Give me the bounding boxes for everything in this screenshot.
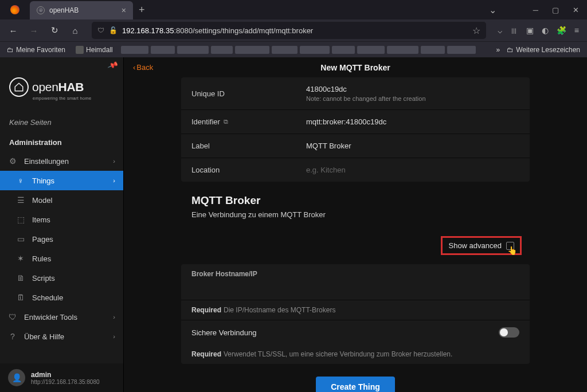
sidebar-no-pages: Keine Seiten — [0, 112, 123, 130]
sidebar-item-about[interactable]: ? Über & Hilfe › — [0, 327, 123, 346]
window-controls: ⌄ ─ ▢ ✕ — [489, 5, 587, 15]
user-name: admin — [31, 371, 100, 379]
avatar-icon: 👤 — [8, 369, 25, 386]
logo-tagline: empowering the smart home — [33, 96, 114, 101]
sidebar-item-devtools[interactable]: 🛡 Entwickler Tools › — [0, 307, 123, 327]
secure-toggle[interactable] — [499, 327, 519, 338]
wand-icon: ✶ — [16, 254, 25, 263]
logo-text: openHAB — [32, 80, 84, 94]
calendar-icon: 🗓 — [16, 293, 25, 302]
bookmark-favorites[interactable]: 🗀 Meine Favoriten — [5, 45, 68, 55]
chevron-right-icon: › — [113, 177, 115, 184]
label-input[interactable] — [306, 142, 519, 150]
maximize-button[interactable]: ▢ — [552, 6, 559, 14]
create-thing-button[interactable]: Create Thing — [316, 377, 395, 392]
tabs-dropdown-icon[interactable]: ⌄ — [489, 5, 496, 15]
bookmark-more-folder[interactable]: 🗀 Weitere Lesezeichen — [504, 45, 582, 55]
shield-icon: 🛡 — [8, 312, 17, 322]
sidebar: 📌 openHAB empowering the smart home Kein… — [0, 57, 124, 392]
copy-icon[interactable]: ⧉ — [224, 118, 228, 126]
chevron-right-icon: › — [113, 333, 115, 340]
broker-host-block: Broker Hostname/IP RequiredDie IP/Hostna… — [181, 264, 530, 364]
document-icon: 🗎 — [16, 273, 25, 283]
sidebar-heading-admin: Administration — [0, 130, 123, 151]
section-title: MQTT Broker — [181, 182, 530, 210]
bookmark-heimdall[interactable]: Heimdall — [73, 45, 115, 55]
close-window-button[interactable]: ✕ — [573, 6, 579, 14]
chevron-right-icon: › — [113, 313, 115, 320]
profile-icon[interactable]: ◐ — [542, 26, 549, 35]
secure-helper: RequiredVerwendet TLS/SSL, um eine siche… — [181, 344, 530, 364]
chevron-left-icon: ‹ — [133, 63, 135, 72]
browser-navbar: ← → ↻ ⌂ 🛡 🔓 192.168.178.35:8080/settings… — [0, 19, 587, 41]
unique-id-value: 41800c19dc — [306, 85, 426, 93]
back-button[interactable]: ← — [5, 22, 22, 39]
forward-button[interactable]: → — [25, 22, 42, 39]
row-identifier: Identifier ⧉ mqtt:broker:41800c19dc — [181, 110, 530, 134]
bookmark-favicon-icon — [76, 46, 84, 54]
reader-icon[interactable]: ▣ — [526, 26, 534, 35]
logo[interactable]: openHAB empowering the smart home — [0, 69, 123, 112]
broker-host-input[interactable] — [191, 285, 519, 293]
toggle-knob-icon — [500, 328, 508, 336]
unique-id-note: Note: cannot be changed after the creati… — [306, 95, 426, 102]
pocket-icon[interactable]: ⌵ — [498, 26, 502, 35]
sidebar-item-rules[interactable]: ✶ Rules — [0, 249, 123, 268]
new-tab-button[interactable]: + — [139, 4, 145, 16]
browser-tab[interactable]: ⦾ openHAB × — [30, 1, 133, 19]
back-link[interactable]: ‹ Back — [133, 63, 153, 72]
sidebar-item-items[interactable]: ⬚ Items — [0, 210, 123, 229]
sidebar-item-things[interactable]: ♀ Things › — [0, 171, 123, 190]
home-button[interactable]: ⌂ — [66, 22, 84, 39]
sidebar-item-scripts[interactable]: 🗎 Scripts — [0, 268, 123, 288]
user-url: http://192.168.178.35:8080 — [31, 379, 100, 385]
lightbulb-icon: ♀ — [16, 176, 25, 185]
firefox-icon — [10, 5, 19, 14]
box-icon: ⬚ — [16, 215, 25, 224]
row-location: Location — [181, 158, 530, 182]
sidebar-item-settings[interactable]: ⚙ Einstellungen › — [0, 151, 123, 171]
bookmarks-more-icon[interactable]: » — [496, 46, 500, 54]
folder-icon: 🗀 — [507, 46, 514, 54]
row-label: Label — [181, 134, 530, 158]
reload-button[interactable]: ↻ — [46, 22, 63, 39]
cursor-hand-icon: 👆 — [507, 246, 517, 255]
browser-titlebar: ⦾ openHAB × + ⌄ ─ ▢ ✕ — [0, 0, 587, 19]
tab-favicon-icon: ⦾ — [37, 6, 45, 14]
user-footer[interactable]: 👤 admin http://192.168.178.35:8080 — [0, 363, 123, 392]
folder-icon: 🗀 — [7, 46, 14, 54]
library-icon[interactable]: ⫼ — [510, 26, 518, 35]
url-bar[interactable]: 🛡 🔓 192.168.178.35:8080/settings/things/… — [92, 22, 486, 39]
main-content: ‹ Back New MQTT Broker Unique ID 41800c1… — [124, 57, 587, 392]
extensions-icon[interactable]: 🧩 — [557, 26, 566, 35]
broker-host-label: Broker Hostname/IP — [181, 264, 530, 280]
gear-icon: ⚙ — [8, 156, 17, 166]
window-icon: ▭ — [16, 234, 25, 244]
list-icon: ☰ — [16, 195, 25, 205]
bookmarks-bar: 🗀 Meine Favoriten Heimdall » 🗀 Weitere L… — [0, 41, 587, 57]
openhab-logo-icon — [9, 77, 29, 97]
secure-connection-row: Sichere Verbindung — [181, 320, 530, 344]
url-text: 192.168.178.35:8080/settings/things/add/… — [122, 26, 468, 35]
sidebar-item-pages[interactable]: ▭ Pages — [0, 229, 123, 249]
section-desc: Eine Verbindung zu einem MQTT Broker — [181, 210, 530, 229]
thing-form: Unique ID 41800c19dc Note: cannot be cha… — [181, 77, 530, 182]
lock-insecure-icon[interactable]: 🔓 — [109, 26, 118, 34]
location-input[interactable] — [306, 166, 519, 174]
minimize-button[interactable]: ─ — [533, 6, 538, 14]
identifier-value: mqtt:broker:41800c19dc — [306, 117, 386, 126]
menu-icon[interactable]: ≡ — [574, 26, 579, 35]
row-unique-id: Unique ID 41800c19dc Note: cannot be cha… — [181, 77, 530, 110]
close-tab-icon[interactable]: × — [122, 6, 126, 15]
sidebar-item-model[interactable]: ☰ Model — [0, 190, 123, 210]
bookmarks-overflow — [121, 46, 491, 54]
page-title: New MQTT Broker — [320, 63, 390, 72]
tab-title: openHAB — [49, 6, 117, 14]
broker-host-helper: RequiredDie IP/Hostname des MQTT-Brokers — [181, 300, 530, 320]
chevron-right-icon: › — [113, 158, 115, 164]
bookmark-star-icon[interactable]: ☆ — [472, 25, 480, 36]
shield-icon[interactable]: 🛡 — [97, 26, 104, 34]
sidebar-item-schedule[interactable]: 🗓 Schedule — [0, 288, 123, 307]
show-advanced-toggle[interactable]: Show advanced 👆 — [441, 236, 522, 255]
checkbox-icon[interactable]: 👆 — [506, 242, 514, 250]
